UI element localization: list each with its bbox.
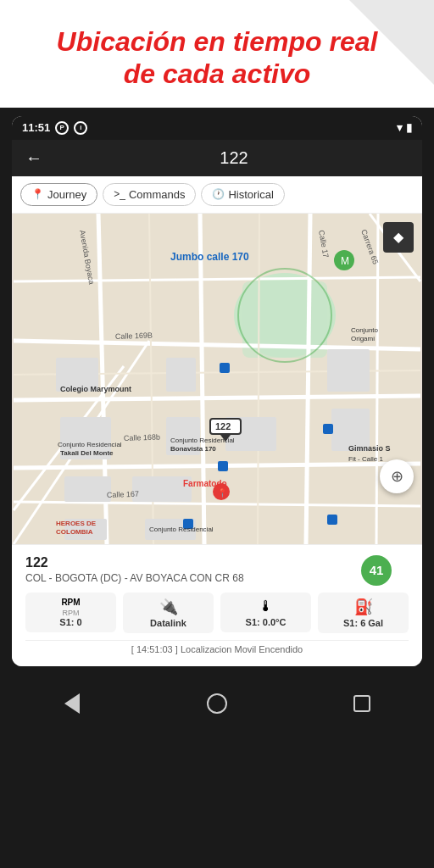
svg-text:Bonavista 170: Bonavista 170 bbox=[170, 445, 216, 453]
gps-icon: P bbox=[55, 121, 69, 135]
tab-commands[interactable]: >_ Commands bbox=[103, 183, 196, 206]
svg-text:Conjunto Residencial: Conjunto Residencial bbox=[58, 441, 122, 448]
svg-text:Conjunto: Conjunto bbox=[351, 326, 379, 334]
datalink-label: Datalink bbox=[130, 618, 207, 628]
svg-text:Gimnasio S: Gimnasio S bbox=[348, 444, 391, 453]
phone-screen: 11:51 P i ▾ ▮ ← 122 📍 Journey >_ Command… bbox=[12, 116, 422, 666]
svg-text:Jumbo calle 170: Jumbo calle 170 bbox=[170, 251, 249, 263]
layers-icon: ◆ bbox=[393, 229, 403, 245]
temp-icon: 🌡 bbox=[227, 598, 304, 615]
svg-text:Conjunto Residencial: Conjunto Residencial bbox=[149, 526, 214, 533]
datalink-icon: 🔌 bbox=[130, 598, 207, 616]
tab-historical[interactable]: 🕐 Historical bbox=[201, 183, 284, 206]
fuel-icon: ⛽ bbox=[325, 598, 402, 616]
svg-rect-21 bbox=[64, 476, 111, 502]
app-header: ← 122 bbox=[12, 140, 422, 176]
status-time: 11:51 bbox=[22, 121, 50, 134]
svg-text:M: M bbox=[341, 255, 349, 267]
back-icon bbox=[64, 693, 80, 714]
svg-text:122: 122 bbox=[215, 421, 231, 431]
tab-journey[interactable]: 📍 Journey bbox=[20, 183, 97, 206]
map-svg: M Jumbo calle 170 Calle 169B Calle 168b … bbox=[12, 214, 422, 544]
nav-recent-button[interactable] bbox=[345, 687, 379, 721]
svg-rect-30 bbox=[220, 363, 230, 373]
info-top-row: 122 COL - BOGOTA (DC) - AV BOYACA CON CR… bbox=[25, 555, 409, 584]
sensor-rpm: RPM RPM S1: 0 bbox=[25, 593, 116, 632]
svg-text:Farmatodo: Farmatodo bbox=[183, 479, 227, 488]
back-button[interactable]: ← bbox=[25, 148, 42, 168]
svg-text:Takali Del Monte: Takali Del Monte bbox=[60, 449, 114, 457]
bottom-nav bbox=[0, 678, 434, 727]
journey-icon: 📍 bbox=[31, 188, 44, 200]
nav-back-button[interactable] bbox=[55, 687, 89, 721]
temp-value: S1: 0.0°C bbox=[227, 617, 304, 627]
recent-icon bbox=[353, 695, 370, 712]
page-title: 122 bbox=[59, 148, 409, 168]
svg-text:📍: 📍 bbox=[217, 487, 228, 498]
map-location-button[interactable]: ⊕ bbox=[380, 459, 414, 493]
vehicle-id: 122 bbox=[25, 555, 409, 570]
svg-text:Calle 169B: Calle 169B bbox=[115, 331, 153, 341]
map-container: M Jumbo calle 170 Calle 169B Calle 168b … bbox=[12, 214, 422, 544]
historical-icon: 🕐 bbox=[212, 188, 225, 200]
nav-home-button[interactable] bbox=[200, 687, 234, 721]
svg-text:Fit - Calle 1: Fit - Calle 1 bbox=[348, 455, 383, 463]
speed-badge: 41 bbox=[361, 555, 392, 586]
svg-rect-32 bbox=[323, 424, 333, 434]
info-vehicle-details: 122 COL - BOGOTA (DC) - AV BOYACA CON CR… bbox=[25, 555, 409, 584]
status-bar: 11:51 P i ▾ ▮ bbox=[12, 116, 422, 140]
phone-frame: 11:51 P i ▾ ▮ ← 122 📍 Journey >_ Command… bbox=[0, 108, 434, 678]
home-icon bbox=[207, 693, 227, 714]
svg-text:Calle 168b: Calle 168b bbox=[124, 432, 160, 442]
location-target-icon: ⊕ bbox=[391, 467, 403, 486]
svg-text:HEROES DE: HEROES DE bbox=[56, 520, 97, 527]
sensor-datalink: 🔌 Datalink bbox=[123, 593, 214, 633]
fuel-value: S1: 6 Gal bbox=[325, 618, 402, 628]
rpm-icon: RPM bbox=[32, 598, 109, 607]
status-left: 11:51 P i bbox=[22, 121, 87, 135]
battery-icon: ▮ bbox=[406, 121, 412, 134]
vehicle-address: COL - BOGOTA (DC) - AV BOYACA CON CR 68 bbox=[25, 572, 409, 584]
banner-title: Ubicación en tiempo real de cada activo bbox=[17, 25, 417, 91]
svg-text:COLOMBIA: COLOMBIA bbox=[56, 528, 93, 536]
rpm-label: RPM bbox=[32, 609, 109, 617]
svg-text:Origami: Origami bbox=[351, 335, 375, 342]
svg-rect-31 bbox=[218, 461, 228, 471]
tab-bar: 📍 Journey >_ Commands 🕐 Historical bbox=[12, 176, 422, 214]
svg-rect-24 bbox=[327, 349, 370, 392]
status-message: [ 14:51:03 ] Localizacion Movil Encendid… bbox=[25, 640, 409, 659]
sensor-temp: 🌡 S1: 0.0°C bbox=[220, 593, 311, 632]
sensor-row: RPM RPM S1: 0 🔌 Datalink 🌡 S1: 0.0°C ⛽ S… bbox=[25, 593, 409, 633]
svg-text:Colegio Marymount: Colegio Marymount bbox=[60, 385, 131, 393]
info-icon: i bbox=[74, 121, 87, 135]
map-layer-button[interactable]: ◆ bbox=[383, 222, 414, 253]
info-panel: 122 COL - BOGOTA (DC) - AV BOYACA CON CR… bbox=[12, 544, 422, 666]
top-banner: Ubicación en tiempo real de cada activo bbox=[0, 0, 434, 108]
sensor-fuel: ⛽ S1: 6 Gal bbox=[318, 593, 409, 633]
commands-icon: >_ bbox=[114, 188, 125, 200]
status-right: ▾ ▮ bbox=[397, 121, 412, 134]
svg-rect-22 bbox=[166, 358, 196, 392]
rpm-value: S1: 0 bbox=[32, 617, 109, 627]
svg-text:Calle 167: Calle 167 bbox=[107, 489, 139, 498]
wifi-icon: ▾ bbox=[397, 121, 403, 134]
svg-rect-34 bbox=[327, 515, 337, 525]
